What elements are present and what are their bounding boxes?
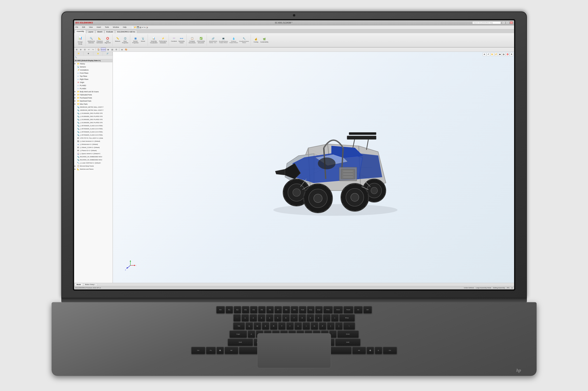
compare-docs-button[interactable]: 📋 CompareDocuments xyxy=(188,36,196,44)
tree-item-steel3[interactable]: 🔩 (-) 95735A635_CLASS 10.9 STEEL xyxy=(74,130,113,134)
tree-item-windscreen[interactable]: ◆ (-) Windscreen<1> (Default) xyxy=(74,143,113,146)
zoom-out-button[interactable]: ⊟ xyxy=(83,48,87,51)
tree-item-zinc1[interactable]: 🔩 (-) 91166A280_ZINC-PLATED STE xyxy=(74,112,113,115)
key-f10[interactable]: F10 xyxy=(299,306,306,313)
key-f6[interactable]: F6 xyxy=(266,306,274,313)
key-3[interactable]: 3 xyxy=(258,314,265,322)
key-shift-right[interactable]: Shift xyxy=(335,339,360,346)
symmetry-button[interactable]: ⟺ SymmetryCheck xyxy=(178,36,185,44)
key-backspace[interactable]: Bksp xyxy=(339,314,355,322)
statusbar-expand-icon[interactable]: ▲ xyxy=(511,287,513,289)
menu-tools[interactable]: Tools xyxy=(104,26,110,28)
panel-tab-featuretree[interactable]: 📁 xyxy=(74,52,84,55)
menu-file[interactable]: File xyxy=(75,26,79,28)
panel-tab-favorites[interactable]: ⭐ xyxy=(93,52,103,55)
key-f11[interactable]: F11 xyxy=(307,306,315,313)
key-e[interactable]: E xyxy=(262,322,269,330)
tree-item-steel2[interactable]: 🔩 (-) 95735A635_CLASS 10.9 STEEL xyxy=(74,127,113,130)
tree-item-zinc3[interactable]: 🔩 (-) 91166A280_ZINC-PLATED STE xyxy=(74,118,113,121)
design-study-button[interactable]: 📊 DesignStudy xyxy=(76,35,84,45)
3d-view-icon[interactable]: 🎲 xyxy=(146,26,148,28)
view-settings-btn[interactable]: ⚙ xyxy=(510,53,513,56)
tree-item-purchased[interactable]: ▶ 📁 Purchased Parts xyxy=(74,96,113,99)
appearance-button[interactable]: 🎨 xyxy=(124,48,128,51)
tree-item-oil2[interactable]: 🔩 5912K500_OIL-EMBEDDED MOU xyxy=(74,158,113,162)
save-icon[interactable]: 💾 xyxy=(137,26,139,28)
key-shift-left[interactable]: Shift xyxy=(228,339,253,346)
hole-alignment-button[interactable]: ⭕ HoleAlignment xyxy=(104,36,111,44)
key-lbracket[interactable]: [ xyxy=(327,322,335,330)
close-button[interactable]: ✕ xyxy=(510,21,513,24)
minimize-button[interactable]: ─ xyxy=(502,21,505,24)
key-6[interactable]: 6 xyxy=(282,314,290,322)
rotate-button[interactable]: ↩ xyxy=(87,48,91,51)
key-y[interactable]: Y xyxy=(286,322,294,330)
key-u[interactable]: U xyxy=(294,322,302,330)
key-p[interactable]: P xyxy=(319,322,326,330)
tree-item-vibrant[interactable]: ⚙ (-) Vibrant_11164<1> (Default) xyxy=(74,146,113,149)
key-o[interactable]: O xyxy=(311,322,318,330)
tree-item-zinc4[interactable]: 🔩 (-) 91166A280_ZINC-PLATED STE xyxy=(74,121,113,124)
tree-item-zinc2[interactable]: 🔩 (-) 91166A280_ZINC-PLATED STE xyxy=(74,115,113,118)
menu-help[interactable]: Help xyxy=(122,26,127,28)
model-tab[interactable]: Model xyxy=(75,283,83,286)
key-i[interactable]: I xyxy=(303,322,310,330)
tree-item-lowershift[interactable]: 🔧 (-) Lower Shift Rod<1> (Default< xyxy=(74,162,113,165)
menu-edit[interactable]: Edit xyxy=(82,26,86,28)
touchpad[interactable] xyxy=(257,333,331,368)
curvature-button[interactable]: 〰 Curvature xyxy=(170,36,178,44)
tree-item-steel1[interactable]: 🔩 (-) 95735A635_CLASS 10.9 STEEL xyxy=(74,124,113,127)
key-win[interactable]: ❖ xyxy=(217,347,224,354)
key-fn[interactable]: Fn xyxy=(206,347,216,354)
tree-item-oil1[interactable]: 🔩 5912K500_OIL-EMBEDDED MOU xyxy=(74,155,113,158)
key-caps[interactable]: Caps xyxy=(230,330,247,338)
key-backtick[interactable]: ` xyxy=(233,314,241,322)
undo-icon[interactable]: ↩ xyxy=(142,26,143,28)
tree-item-plane4[interactable]: ▭ PLANE4 xyxy=(74,87,113,90)
tab-addins[interactable]: SOLIDWORKS Add-Ins xyxy=(115,30,137,33)
tree-item-chain[interactable]: ⛓ (-) chain tensioner<1> (Default) xyxy=(74,140,113,143)
key-prtsc[interactable]: PrtSc xyxy=(323,306,333,313)
menu-view[interactable]: View xyxy=(89,26,93,28)
tree-item-sensors[interactable]: 📡 Sensors xyxy=(74,65,113,68)
tree-item-top-plane[interactable]: ▭ Top Plane xyxy=(74,75,113,78)
tree-item-planes01[interactable]: ⚙ (-) Planes 01<1> (Default) xyxy=(74,149,113,152)
tree-item-origin[interactable]: ⊕ Origin xyxy=(74,81,113,84)
key-f4[interactable]: F4 xyxy=(250,306,257,313)
view-display-button[interactable]: ◉ xyxy=(498,53,502,56)
tree-item-fabricated[interactable]: ▶ 📁 Fabricated Parts xyxy=(74,93,113,96)
key-5[interactable]: 5 xyxy=(274,314,281,322)
tab-layout[interactable]: Layout xyxy=(86,30,95,33)
key-r[interactable]: R xyxy=(270,322,277,330)
view-orient-button[interactable]: 🧭 xyxy=(494,53,498,56)
tree-item-history[interactable]: ▶ 📁 History xyxy=(74,62,113,65)
motion-study-tab[interactable]: Motion Study 1 xyxy=(83,283,97,286)
hide-show-button[interactable]: ◈ xyxy=(120,48,124,51)
key-f7[interactable]: F7 xyxy=(274,306,282,313)
zoom-in-button[interactable]: ⊕ xyxy=(79,48,82,51)
key-enter[interactable]: Enter xyxy=(337,330,359,338)
sensor-button[interactable]: 📡 Sensor xyxy=(139,36,146,44)
view-selector-button[interactable]: 🏠 xyxy=(97,48,100,51)
key-f2[interactable]: F2 xyxy=(234,306,241,313)
costing-button[interactable]: 💰 Costing xyxy=(252,37,259,43)
key-pause[interactable]: Pause xyxy=(344,306,353,313)
wireframe-button[interactable]: ◉ xyxy=(107,48,110,51)
sustainability-button[interactable]: 🌿 Sustainability xyxy=(260,37,269,43)
view-triad-button[interactable]: 🎯 xyxy=(506,53,509,56)
key-scrlk[interactable]: ScrLk xyxy=(334,306,343,313)
tree-item-annotations[interactable]: 📝 Annotations xyxy=(74,68,113,72)
tree-item-steel4[interactable]: 🔩 (-) 95735A635_CLASS 10.9 STEEL xyxy=(74,134,113,137)
key-w[interactable]: W xyxy=(254,322,261,330)
tree-item-bodywork[interactable]: ▶ 📁 Body Work and 3D Scans xyxy=(74,90,113,93)
panel-tab-mates[interactable]: 🔗 xyxy=(103,52,113,55)
performance-eval-button[interactable]: ⚡ PerformanceEvaluation xyxy=(158,36,167,44)
key-minus[interactable]: - xyxy=(323,314,330,322)
isreference-button[interactable]: 🔗 ISREFERENCEInterfac...Con... xyxy=(208,36,218,44)
key-esc[interactable]: Esc xyxy=(216,306,225,313)
redo-icon[interactable]: ↪ xyxy=(144,26,145,28)
key-8[interactable]: 8 xyxy=(299,314,306,322)
shaded-button[interactable]: Shaded xyxy=(101,48,106,51)
menu-window[interactable]: Window xyxy=(112,26,119,28)
pan-button[interactable]: ↪ xyxy=(91,48,95,51)
